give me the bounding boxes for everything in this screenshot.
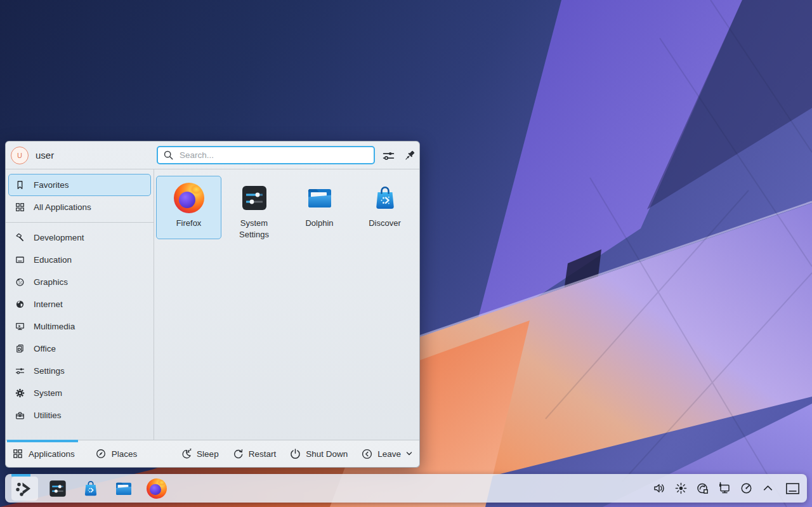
application-launcher-menu: U user bbox=[5, 141, 420, 468]
session-actions: Sleep Restart Shut Down bbox=[180, 448, 413, 460]
monitor-play-icon bbox=[15, 321, 25, 332]
sidebar-item-favorites[interactable]: Favorites bbox=[8, 174, 151, 196]
active-tab-indicator bbox=[7, 440, 78, 442]
avatar-letter: U bbox=[17, 152, 22, 159]
discover-bag-icon bbox=[370, 183, 400, 213]
taskbar-kickoff-launcher[interactable] bbox=[11, 477, 38, 501]
sidebar-item-multimedia[interactable]: Multimedia bbox=[8, 315, 151, 338]
speaker-icon bbox=[653, 482, 666, 495]
sidebar-item-label: Settings bbox=[34, 366, 65, 376]
chevron-down-icon bbox=[405, 450, 413, 458]
sidebar-item-label: System bbox=[34, 388, 62, 398]
desktop-screen: U user bbox=[0, 0, 812, 507]
all-apps-grid-icon bbox=[15, 202, 25, 213]
configure-icon bbox=[382, 149, 395, 162]
leave-circle-icon bbox=[361, 448, 373, 460]
app-tile-system-settings[interactable]: System Settings bbox=[221, 176, 287, 239]
search-box bbox=[157, 146, 375, 164]
restart-arrow-icon bbox=[232, 448, 244, 460]
configure-button[interactable] bbox=[380, 147, 396, 164]
app-tile-dolphin[interactable]: Dolphin bbox=[287, 176, 352, 239]
launcher-header: U user bbox=[6, 142, 419, 169]
shut-down-button[interactable]: Shut Down bbox=[289, 448, 348, 460]
action-label: Sleep bbox=[197, 449, 219, 459]
grid-icon bbox=[12, 448, 23, 459]
dithered-circle-icon bbox=[15, 277, 25, 287]
tray-expand[interactable] bbox=[761, 482, 775, 495]
taskbar-discover[interactable] bbox=[77, 477, 104, 501]
app-tile-firefox[interactable]: Firefox bbox=[156, 176, 221, 239]
sidebar-separator bbox=[6, 222, 154, 223]
sidebar-item-all-applications[interactable]: All Applications bbox=[8, 196, 151, 218]
sidebar-item-label: Multimedia bbox=[34, 322, 75, 331]
app-label: System Settings bbox=[230, 218, 279, 240]
app-label: Dolphin bbox=[305, 218, 333, 229]
pin-button[interactable] bbox=[402, 147, 418, 164]
tray-system-load[interactable] bbox=[740, 482, 753, 495]
tray-brightness[interactable] bbox=[674, 482, 688, 495]
tray-volume[interactable] bbox=[653, 482, 666, 495]
app-tile-discover[interactable]: Discover bbox=[352, 176, 417, 239]
tab-label: Places bbox=[112, 449, 138, 459]
chevron-up-icon bbox=[761, 482, 775, 495]
sidebar-item-label: Graphics bbox=[34, 277, 68, 287]
user-name: user bbox=[36, 150, 54, 161]
sleep-moon-icon bbox=[180, 448, 192, 460]
sidebar-item-development[interactable]: Development bbox=[8, 227, 151, 249]
sidebar-item-system[interactable]: System bbox=[8, 382, 151, 404]
launcher-active-indicator bbox=[11, 474, 30, 477]
action-label: Shut Down bbox=[306, 449, 348, 459]
sliders-icon bbox=[15, 365, 25, 376]
firefox-icon bbox=[174, 183, 204, 213]
sidebar-item-settings[interactable]: Settings bbox=[8, 360, 151, 382]
sidebar-item-label: Office bbox=[34, 344, 56, 353]
bookmark-icon bbox=[15, 180, 25, 190]
taskbar-firefox[interactable] bbox=[143, 477, 170, 501]
dolphin-folder-icon bbox=[304, 183, 335, 213]
sidebar-item-utilities[interactable]: Utilities bbox=[8, 404, 151, 426]
action-label: Leave bbox=[377, 449, 401, 459]
tab-label: Applications bbox=[29, 449, 75, 459]
firefox-icon bbox=[147, 478, 167, 499]
sidebar-item-label: Utilities bbox=[34, 411, 62, 420]
search-input[interactable] bbox=[178, 150, 369, 161]
sidebar-item-label: Development bbox=[34, 233, 84, 242]
app-label: Discover bbox=[369, 218, 401, 229]
monitor-plug-icon bbox=[717, 482, 731, 495]
pin-icon bbox=[403, 149, 417, 162]
tray-network[interactable] bbox=[717, 482, 731, 495]
sidebar-item-label: Education bbox=[34, 255, 72, 265]
sun-icon bbox=[674, 482, 688, 495]
sidebar-item-label: Favorites bbox=[34, 180, 69, 190]
tab-applications[interactable]: Applications bbox=[12, 448, 75, 459]
restart-button[interactable]: Restart bbox=[232, 448, 277, 460]
sleep-button[interactable]: Sleep bbox=[180, 448, 219, 460]
app-label: Firefox bbox=[176, 218, 202, 229]
taskbar-dolphin[interactable] bbox=[110, 477, 137, 501]
sidebar-item-office[interactable]: Office bbox=[8, 338, 151, 360]
launcher-footer: Applications Places Sleep bbox=[6, 440, 419, 467]
compass-icon bbox=[95, 448, 107, 459]
system-settings-icon bbox=[48, 478, 68, 499]
globe-icon bbox=[15, 299, 25, 310]
blackboard-icon bbox=[15, 254, 25, 265]
toolbox-icon bbox=[15, 410, 25, 421]
show-desktop-button[interactable] bbox=[785, 482, 801, 496]
hammer-icon bbox=[15, 232, 25, 243]
launcher-sidebar: Favorites All Applications bbox=[6, 169, 154, 440]
avatar[interactable]: U bbox=[11, 147, 29, 164]
sidebar-item-graphics[interactable]: Graphics bbox=[8, 271, 151, 293]
taskbar-system-settings[interactable] bbox=[44, 477, 71, 501]
globe-badge-icon bbox=[696, 482, 709, 495]
sidebar-item-label: All Applications bbox=[34, 202, 91, 212]
taskbar-panel bbox=[5, 474, 807, 503]
power-icon bbox=[289, 448, 301, 460]
gauge-icon bbox=[740, 482, 753, 495]
tab-places[interactable]: Places bbox=[95, 448, 138, 459]
sidebar-item-internet[interactable]: Internet bbox=[8, 293, 151, 315]
sidebar-item-education[interactable]: Education bbox=[8, 249, 151, 271]
leave-button[interactable]: Leave bbox=[361, 448, 413, 460]
dolphin-folder-icon bbox=[114, 478, 134, 499]
system-tray bbox=[653, 482, 775, 495]
tray-updates[interactable] bbox=[696, 482, 709, 495]
